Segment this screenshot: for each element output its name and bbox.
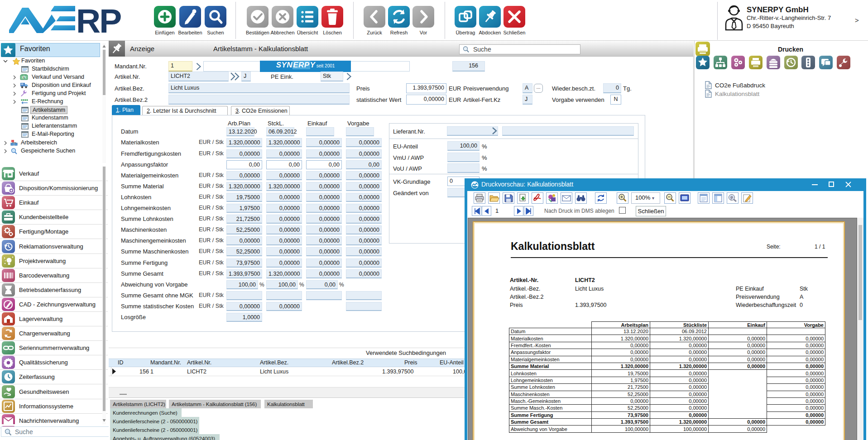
svg-text:$: $ xyxy=(23,75,25,79)
svg-text:RP: RP xyxy=(76,3,121,35)
